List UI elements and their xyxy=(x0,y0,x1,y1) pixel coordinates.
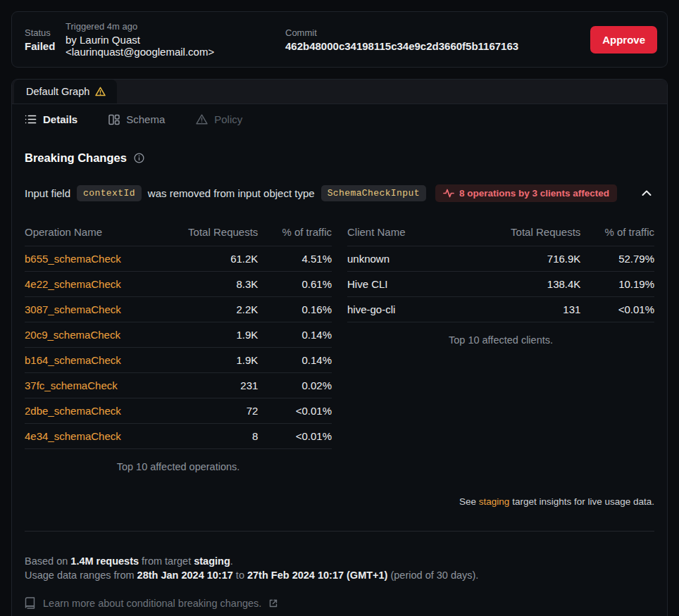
commit-hash: 462b48000c34198115c34e9c2d3660f5b1167163 xyxy=(285,40,590,52)
footer-target-value: staging xyxy=(194,555,230,567)
tab-schema-label: Schema xyxy=(126,113,165,125)
usage-footer: Based on 1.4M requests from target stagi… xyxy=(25,554,654,582)
book-icon xyxy=(25,597,35,609)
clients-table-wrap: Client Name Total Requests % of traffic … xyxy=(347,219,654,472)
operation-traffic: 0.61% xyxy=(258,272,332,297)
operation-requests: 1.9K xyxy=(172,348,258,373)
client-name: Hive CLI xyxy=(347,272,494,297)
operations-col-traffic: % of traffic xyxy=(258,219,332,246)
operation-link[interactable]: 37fc_schemaCheck xyxy=(25,379,118,391)
pulse-icon xyxy=(443,189,454,198)
affected-badge: 8 operations by 3 clients affected xyxy=(435,184,617,202)
operations-col-name: Operation Name xyxy=(25,219,172,246)
detail-tabs: Details Schema Policy xyxy=(12,104,667,134)
footer-text: from target xyxy=(142,555,191,567)
footer-requests-value: 1.4M requests xyxy=(70,555,139,567)
approve-button[interactable]: Approve xyxy=(590,26,657,54)
table-row: unknown 716.9K 52.79% xyxy=(347,246,654,272)
table-row: 3087_schemaCheck 2.2K 0.16% xyxy=(25,297,332,322)
operation-requests: 72 xyxy=(172,398,258,424)
operation-requests: 1.9K xyxy=(172,322,258,348)
operation-link[interactable]: 4e22_schemaCheck xyxy=(25,278,121,290)
footer-line-period: Usage data ranges from 28th Jan 2024 10:… xyxy=(25,568,654,582)
operation-requests: 8.3K xyxy=(172,272,258,297)
clients-table: Client Name Total Requests % of traffic … xyxy=(347,219,654,322)
status-value: Failed xyxy=(25,40,66,52)
operation-link[interactable]: b655_schemaCheck xyxy=(25,253,121,265)
change-text-prefix: Input field xyxy=(25,187,70,199)
table-row: 2dbe_schemaCheck 72 <0.01% xyxy=(25,398,332,424)
clients-col-name: Client Name xyxy=(347,219,494,246)
alert-triangle-icon xyxy=(196,114,208,125)
section-title: Breaking Changes xyxy=(25,151,127,165)
operation-traffic: 4.51% xyxy=(258,246,332,272)
footer-line-requests: Based on 1.4M requests from target stagi… xyxy=(25,554,654,568)
operations-col-requests: Total Requests xyxy=(172,219,258,246)
type-chip: SchemaCheckInput xyxy=(321,185,426,201)
breaking-changes-header: Breaking Changes xyxy=(25,151,654,165)
table-row: 4e22_schemaCheck 8.3K 0.61% xyxy=(25,272,332,297)
operation-requests: 61.2K xyxy=(172,246,258,272)
staging-target-link[interactable]: staging xyxy=(479,496,510,507)
client-name: unknown xyxy=(347,246,494,272)
footer-date-to: 27th Feb 2024 10:17 (GMT+1) xyxy=(247,570,387,581)
details-content: Breaking Changes Input field contextId w… xyxy=(12,151,667,616)
client-name: hive-go-cli xyxy=(347,297,494,322)
operations-table: Operation Name Total Requests % of traff… xyxy=(25,219,332,449)
client-traffic: <0.01% xyxy=(580,297,654,322)
operation-traffic: <0.01% xyxy=(258,424,332,449)
tab-schema[interactable]: Schema xyxy=(108,113,165,125)
operation-link[interactable]: b164_schemaCheck xyxy=(25,354,121,366)
table-row: 37fc_schemaCheck 231 0.02% xyxy=(25,373,332,398)
operation-requests: 8 xyxy=(172,424,258,449)
table-row: Hive CLI 138.4K 10.19% xyxy=(347,272,654,297)
tab-default-graph[interactable]: Default Graph xyxy=(14,80,117,103)
footer-date-from: 28th Jan 2024 10:17 xyxy=(137,570,233,581)
clients-table-body: unknown 716.9K 52.79% Hive CLI 138.4K 10… xyxy=(347,246,654,322)
tab-details-label: Details xyxy=(43,113,77,125)
client-requests: 716.9K xyxy=(494,246,580,272)
affected-badge-label: 8 operations by 3 clients affected xyxy=(459,188,609,199)
footer-text: (period of 30 days). xyxy=(390,570,478,581)
footer-text: to xyxy=(236,570,244,581)
operation-traffic: <0.01% xyxy=(258,398,332,424)
graph-tab-label: Default Graph xyxy=(26,86,89,97)
client-traffic: 10.19% xyxy=(580,272,654,297)
breaking-change-row: Input field contextId was removed from i… xyxy=(25,184,654,202)
operations-table-body: b655_schemaCheck 61.2K 4.51% 4e22_schema… xyxy=(25,246,332,449)
operation-link[interactable]: 3087_schemaCheck xyxy=(25,303,121,315)
commit-group: Commit 462b48000c34198115c34e9c2d3660f5b… xyxy=(285,27,590,52)
table-row: b655_schemaCheck 61.2K 4.51% xyxy=(25,246,332,272)
check-detail-card: Default Graph Details xyxy=(11,79,668,616)
learn-more-link[interactable]: Learn more about conditional breaking ch… xyxy=(25,597,278,616)
learn-more-label: Learn more about conditional breaking ch… xyxy=(43,598,261,609)
footer-text: Usage data ranges from xyxy=(25,570,135,581)
tab-policy[interactable]: Policy xyxy=(196,113,242,125)
usage-tables: Operation Name Total Requests % of traff… xyxy=(25,219,654,472)
operation-traffic: 0.14% xyxy=(258,348,332,373)
status-label: Status xyxy=(25,27,66,38)
collapse-chevron-button[interactable] xyxy=(639,187,654,199)
field-chip: contextId xyxy=(77,185,142,201)
insights-note-prefix: See xyxy=(459,496,476,507)
insights-note-suffix: target insights for live usage data. xyxy=(512,496,654,507)
table-row: 20c9_schemaCheck 1.9K 0.14% xyxy=(25,322,332,348)
operation-link[interactable]: 20c9_schemaCheck xyxy=(25,329,120,341)
table-row: hive-go-cli 131 <0.01% xyxy=(347,297,654,322)
operation-link[interactable]: 2dbe_schemaCheck xyxy=(25,405,121,417)
external-link-icon xyxy=(269,599,278,608)
operations-table-wrap: Operation Name Total Requests % of traff… xyxy=(25,219,332,472)
footer-text: Based on xyxy=(25,555,68,567)
tab-details[interactable]: Details xyxy=(25,113,77,125)
clients-caption: Top 10 affected clients. xyxy=(347,334,654,346)
info-icon[interactable] xyxy=(134,153,144,163)
schema-icon xyxy=(108,114,120,125)
list-icon xyxy=(25,114,37,125)
operation-traffic: 0.14% xyxy=(258,322,332,348)
client-traffic: 52.79% xyxy=(580,246,654,272)
insights-note: See staging target insights for live usa… xyxy=(25,496,654,507)
status-group: Status Failed xyxy=(25,27,66,52)
operation-link[interactable]: 4e34_schemaCheck xyxy=(25,430,121,442)
tab-policy-label: Policy xyxy=(214,113,242,125)
triggered-author: by Laurin Quast <laurinquast@googlemail.… xyxy=(66,34,285,58)
